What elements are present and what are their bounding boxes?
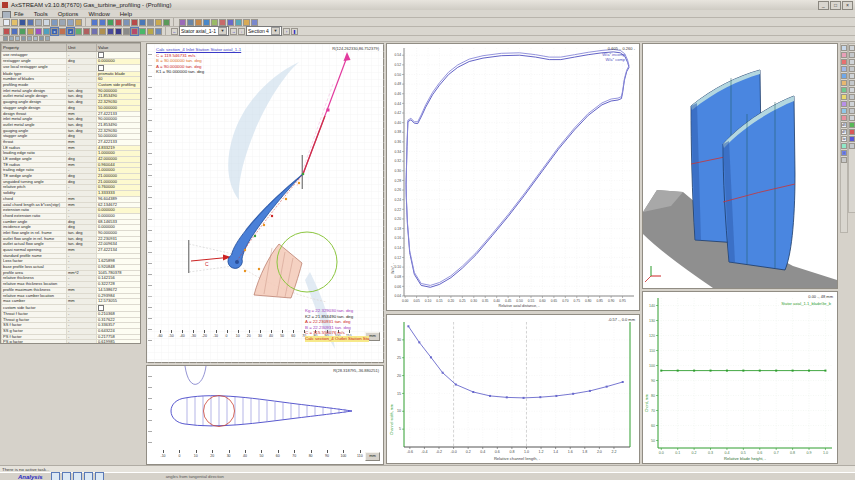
spinner[interactable] <box>141 163 142 168</box>
tb-export-profile-icon[interactable] <box>155 28 162 35</box>
tb-blade-3d-icon[interactable] <box>115 28 122 35</box>
rt-display-option-6-icon[interactable] <box>849 80 855 86</box>
spinner[interactable] <box>141 94 142 99</box>
rt-display-option-3-icon[interactable] <box>849 59 855 65</box>
property-row[interactable]: use restagger- <box>2 52 142 59</box>
tb-cut-icon[interactable] <box>59 19 66 26</box>
exit-vector-handle[interactable] <box>327 109 330 112</box>
rt-display-option-5-icon[interactable] <box>849 73 855 79</box>
property-row[interactable]: PS g factor-0.619985 <box>2 340 142 344</box>
chevron-down-icon[interactable]: ▼ <box>218 27 227 35</box>
channel-width-chart-panel[interactable]: -0.57 -, 0.0 mm Channel width, mm Length… <box>386 314 640 464</box>
tb-paste-icon[interactable] <box>75 19 82 26</box>
tb-mirror-icon[interactable] <box>83 28 90 35</box>
spinner[interactable] <box>141 180 142 185</box>
spinner[interactable] <box>141 77 142 82</box>
property-value[interactable] <box>97 304 142 311</box>
tb-fit-icon[interactable] <box>195 19 202 26</box>
rt-section-list-icon[interactable] <box>841 45 847 51</box>
rt-display-option-2-icon[interactable] <box>849 52 855 58</box>
rt-marker-red-icon[interactable] <box>849 129 855 135</box>
tb-chart-icon[interactable] <box>131 19 138 26</box>
property-row[interactable]: use local restagger angle- <box>2 64 142 71</box>
tb-pan-icon[interactable] <box>219 19 226 26</box>
tb-info-icon[interactable] <box>235 19 242 26</box>
tb-print-icon[interactable] <box>35 19 42 26</box>
status-task-view-icon[interactable] <box>51 472 60 480</box>
checkbox[interactable] <box>98 52 104 58</box>
rt-display-option-10-icon[interactable] <box>849 108 855 114</box>
menu-file[interactable]: File <box>14 11 24 17</box>
profile-view-panel[interactable]: R(124.262330,86.752379) Calc section_4 I… <box>146 43 384 363</box>
blade-height-chart-panel[interactable]: 0.00 -, 48 mm Stator axial_1-1_bladeGe_b… <box>642 291 838 464</box>
status-task-run-icon[interactable] <box>62 472 71 480</box>
property-row[interactable]: custom side factor- <box>2 304 142 311</box>
rt-rotate-view-icon[interactable] <box>841 101 847 107</box>
next-section-icon[interactable]: ↑ <box>283 28 290 35</box>
spinner[interactable] <box>141 151 142 156</box>
tb-redo-icon[interactable] <box>99 19 106 26</box>
tb-le-edit-icon[interactable] <box>35 28 42 35</box>
tb-export-icon[interactable] <box>51 19 58 26</box>
rt-dx-readout-icon[interactable]: dX <box>841 122 847 128</box>
tb-ortho-icon[interactable] <box>9 36 14 41</box>
section-unit-button[interactable]: mm <box>365 452 380 461</box>
leading-edge-point[interactable] <box>235 260 239 264</box>
rt-view-xz-icon[interactable] <box>841 80 847 86</box>
tb-loading-chart-icon[interactable] <box>131 28 138 35</box>
spinner[interactable] <box>141 185 142 190</box>
prev-blade-icon[interactable]: ← <box>171 28 178 35</box>
spinner[interactable] <box>141 208 142 213</box>
status-task-options-icon[interactable] <box>95 472 104 480</box>
tb-view-section-icon[interactable] <box>123 28 130 35</box>
tb-channel-chart-icon[interactable] <box>139 28 146 35</box>
tb-save-all-icon[interactable] <box>27 19 34 26</box>
rt-section-delete-icon[interactable] <box>841 59 847 65</box>
tb-axes-icon[interactable] <box>21 36 26 41</box>
blade-3d-view-panel[interactable] <box>642 43 838 289</box>
mode-tab-analysis[interactable]: Analysis <box>18 474 43 480</box>
tb-help-icon[interactable] <box>243 19 250 26</box>
tb-select-icon[interactable] <box>227 19 234 26</box>
tb-zoom-in-icon[interactable] <box>203 19 210 26</box>
rt-display-option-9-icon[interactable] <box>849 101 855 107</box>
spinner[interactable] <box>141 157 142 162</box>
tb-restagger-icon[interactable] <box>27 28 34 35</box>
tb-rotate-icon[interactable] <box>75 28 82 35</box>
spinner[interactable] <box>141 59 142 64</box>
property-value[interactable]: 0.619985 <box>97 340 142 344</box>
rt-dy-readout-icon[interactable]: dY <box>841 129 847 135</box>
tb-point-edit-icon[interactable] <box>3 28 10 35</box>
tb-layers-icon[interactable] <box>15 36 20 41</box>
tb-report-icon[interactable] <box>139 19 146 26</box>
rt-zoom-window-icon[interactable] <box>841 115 847 121</box>
rt-view-3d-icon[interactable] <box>841 87 847 93</box>
menu-options[interactable]: Options <box>58 11 79 17</box>
spinner[interactable] <box>141 146 142 151</box>
rt-display-option-7-icon[interactable] <box>849 87 855 93</box>
tb-save-icon[interactable] <box>19 19 26 26</box>
tb-copy-icon[interactable] <box>67 19 74 26</box>
tb-database-icon[interactable] <box>163 19 170 26</box>
menu-tools[interactable]: Tools <box>34 11 48 17</box>
spinner[interactable] <box>141 191 142 196</box>
blade-selector[interactable]: Stator axial_1-1▼ <box>179 26 229 36</box>
tb-delete-icon[interactable] <box>115 19 122 26</box>
rt-fit-view-icon[interactable] <box>841 94 847 100</box>
airfoil-outline[interactable] <box>171 396 352 426</box>
blade-height-chart[interactable]: 0.00.10.20.30.40.50.60.70.80.91.05060708… <box>643 292 837 463</box>
property-value[interactable] <box>97 64 142 71</box>
menu-window[interactable]: Window <box>88 11 109 17</box>
tb-link-icon[interactable] <box>179 19 186 26</box>
tb-table-icon[interactable] <box>123 19 130 26</box>
tb-labels-icon[interactable] <box>27 36 32 41</box>
checkbox[interactable] <box>98 305 104 311</box>
tb-width-chart-icon[interactable] <box>147 28 154 35</box>
tb-grid-icon[interactable] <box>187 19 194 26</box>
tb-curve-edit-icon[interactable] <box>11 28 18 35</box>
tb-stacking-icon[interactable] <box>107 28 114 35</box>
minimize-button[interactable]: _ <box>818 1 829 10</box>
tb-undo-icon[interactable] <box>91 19 98 26</box>
rt-reset-view-icon[interactable] <box>841 157 847 163</box>
section-view-panel[interactable]: R(28.318795,-36.880251) -100102030405060… <box>146 365 384 465</box>
